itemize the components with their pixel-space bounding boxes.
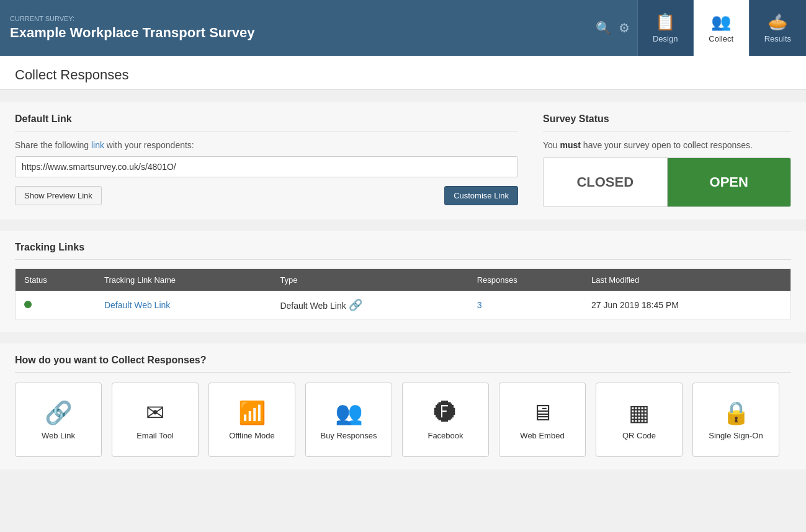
tracking-links-section: Tracking Links Status Tracking Link Name… (0, 231, 806, 332)
nav-tabs: 📋 Design 👥 Collect 🥧 Results (637, 0, 806, 56)
table-header-row: Status Tracking Link Name Type Responses… (16, 269, 791, 291)
collect-card-qr-code[interactable]: ▦ QR Code (596, 383, 683, 457)
header-left: CURRENT SURVEY: Example Workplace Transp… (0, 0, 588, 56)
buy-responses-label: Buy Responses (320, 431, 377, 440)
collect-card-buy-responses[interactable]: 👥 Buy Responses (305, 383, 392, 457)
search-icon: 🔍 (596, 20, 611, 35)
row-name: Default Web Link (96, 291, 271, 320)
table-row: Default Web Link Default Web Link 🔗 3 27… (16, 291, 791, 320)
status-description: You must have your survey open to collec… (543, 140, 791, 150)
row-type: Default Web Link 🔗 (271, 291, 468, 320)
search-button[interactable]: 🔍 (596, 20, 611, 35)
offline-mode-icon: 📶 (238, 400, 266, 426)
email-tool-icon: ✉ (146, 400, 164, 426)
web-link-label: Web Link (42, 431, 75, 440)
collect-card-single-sign-on[interactable]: 🔒 Single Sign-On (692, 383, 779, 457)
qr-code-icon: ▦ (629, 400, 650, 426)
collect-card-email-tool[interactable]: ✉ Email Tool (112, 383, 199, 457)
collect-card-web-link[interactable]: 🔗 Web Link (15, 383, 102, 457)
survey-title: Example Workplace Transport Survey (10, 25, 578, 41)
tab-collect[interactable]: 👥 Collect (693, 0, 749, 56)
col-type: Type (271, 269, 468, 291)
default-link-panel: Default Link Share the following link wi… (15, 113, 518, 207)
col-last-modified: Last Modified (583, 269, 791, 291)
design-tab-icon: 📋 (655, 12, 675, 32)
collect-card-web-embed[interactable]: 🖥 Web Embed (499, 383, 586, 457)
header-icons: 🔍 ⚙ (588, 0, 637, 56)
tracking-link[interactable]: Default Web Link (104, 300, 170, 310)
share-text: Share the following link with your respo… (15, 140, 518, 150)
collect-options-title: How do you want to Collect Responses? (15, 355, 791, 373)
settings-button[interactable]: ⚙ (619, 20, 630, 35)
collect-card-offline-mode[interactable]: 📶 Offline Mode (208, 383, 295, 457)
customise-link-button[interactable]: Customise Link (444, 186, 518, 205)
col-name: Tracking Link Name (96, 269, 271, 291)
current-survey-label: CURRENT SURVEY: (10, 15, 578, 22)
open-button[interactable]: OPEN (668, 158, 791, 206)
default-link-title: Default Link (15, 113, 518, 131)
facebook-icon: 🅕 (434, 400, 457, 426)
tracking-links-table: Status Tracking Link Name Type Responses… (15, 268, 791, 320)
survey-url-input[interactable] (15, 156, 518, 177)
email-tool-label: Email Tool (137, 431, 174, 440)
tab-results[interactable]: 🥧 Results (749, 0, 806, 56)
col-status: Status (16, 269, 96, 291)
settings-icon: ⚙ (619, 20, 630, 35)
col-responses: Responses (468, 269, 583, 291)
results-tab-label: Results (764, 34, 791, 43)
collect-tab-label: Collect (709, 34, 733, 43)
facebook-label: Facebook (428, 431, 463, 440)
collect-tab-icon: 👥 (711, 12, 731, 32)
row-status (16, 291, 96, 320)
buy-responses-icon: 👥 (335, 400, 363, 426)
closed-button[interactable]: CLOSED (544, 158, 668, 206)
show-preview-link-button[interactable]: Show Preview Link (15, 186, 102, 205)
web-link-icon: 🔗 (45, 400, 73, 426)
tab-design[interactable]: 📋 Design (637, 0, 693, 56)
page-heading: Collect Responses (15, 67, 791, 83)
link-word: link (91, 140, 104, 150)
web-embed-icon: 🖥 (531, 400, 553, 426)
header: CURRENT SURVEY: Example Workplace Transp… (0, 0, 806, 56)
main-body: Default Link Share the following link wi… (0, 90, 806, 469)
single-sign-on-icon: 🔒 (722, 400, 750, 426)
results-tab-icon: 🥧 (768, 12, 787, 32)
design-tab-label: Design (653, 34, 678, 43)
survey-status-title: Survey Status (543, 113, 791, 131)
qr-code-label: QR Code (622, 431, 656, 440)
btn-row: Show Preview Link Customise Link (15, 186, 518, 205)
survey-status-panel: Survey Status You must have your survey … (543, 113, 791, 207)
collect-grid: 🔗 Web Link ✉ Email Tool 📶 Offline Mode 👥… (15, 383, 791, 457)
row-responses: 3 (468, 291, 583, 320)
collect-options-section: How do you want to Collect Responses? 🔗 … (0, 344, 806, 469)
link-input-row (15, 156, 518, 177)
tracking-links-title: Tracking Links (15, 242, 791, 260)
row-last-modified: 27 Jun 2019 18:45 PM (583, 291, 791, 320)
offline-mode-label: Offline Mode (229, 431, 274, 440)
status-dot (24, 301, 32, 308)
collect-card-facebook[interactable]: 🅕 Facebook (402, 383, 489, 457)
default-link-status-section: Default Link Share the following link wi… (0, 102, 806, 219)
status-toggle: CLOSED OPEN (543, 157, 791, 207)
single-sign-on-label: Single Sign-On (709, 431, 763, 440)
page-content: Collect Responses (0, 56, 806, 89)
web-embed-label: Web Embed (520, 431, 564, 440)
